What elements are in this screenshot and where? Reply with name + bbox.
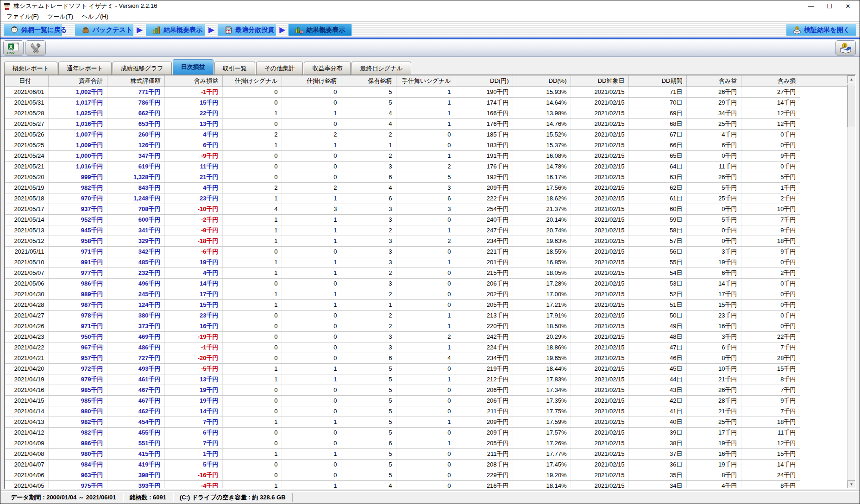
table-row[interactable]: 2021/05/311,017千円786千円15千円0051174千円14.64… <box>5 97 847 108</box>
table-row[interactable]: 2021/05/211,016千円619千円11千円0032176千円14.78… <box>5 161 847 172</box>
table-row[interactable]: 2021/04/08980千円415千円1千円1150211千円17.77%20… <box>5 448 847 459</box>
menu-help[interactable]: ヘルプ(H) <box>77 12 113 22</box>
table-row[interactable]: 2021/04/12982千円455千円6千円0050209千円17.57%20… <box>5 427 847 438</box>
cell: 2021/02/15 <box>571 470 628 480</box>
cell: 17千円 <box>686 427 741 438</box>
cell: 2021/05/13 <box>5 225 48 236</box>
table-row[interactable]: 2021/04/23950千円469千円-19千円0032242千円20.29%… <box>5 331 847 342</box>
cell: 2 <box>396 236 455 246</box>
cell: 3 <box>341 342 396 353</box>
column-header-6[interactable]: 保有銘柄 <box>341 75 396 87</box>
table-row[interactable]: 2021/04/27978千円380千円23千円0021213千円17.91%2… <box>5 310 847 321</box>
table-row[interactable]: 2021/04/05975千円393千円-4千円1140216千円18.14%2… <box>5 480 847 488</box>
tab-6[interactable]: 収益率分布 <box>304 62 351 75</box>
table-row[interactable]: 2021/05/19982千円843千円4千円2243209千円17.56%20… <box>5 182 847 193</box>
table-row[interactable]: 2021/04/22967千円486千円-1千円0031224千円18.86%2… <box>5 342 847 353</box>
export-csv-button[interactable]: X CSV <box>3 40 24 56</box>
cell: 3 <box>341 204 396 214</box>
cell: 0 <box>282 150 341 161</box>
column-header-10[interactable]: DD対象日 <box>571 75 628 87</box>
column-header-0[interactable]: 日付 <box>5 75 48 87</box>
minimize-button[interactable]: — <box>802 1 820 11</box>
cell: 2021/04/15 <box>5 395 48 406</box>
menu-file[interactable]: ファイル(F) <box>2 12 43 22</box>
cell: 2021/02/15 <box>571 129 628 140</box>
column-header-1[interactable]: 資産合計 <box>48 75 107 87</box>
tab-4[interactable]: 取引一覧 <box>214 62 255 75</box>
table-row[interactable]: 2021/04/14980千円462千円14千円0050211千円17.75%2… <box>5 406 847 417</box>
row-filler <box>800 459 847 470</box>
cell: 0 <box>222 459 282 470</box>
table-row[interactable]: 2021/05/10991千円485千円19千円1131201千円16.85%2… <box>5 257 847 268</box>
cell: 26千円 <box>686 385 741 395</box>
tab-0[interactable]: 概要レポート <box>4 62 57 75</box>
table-row[interactable]: 2021/06/011,002千円771千円-1千円0051190千円15.93… <box>5 87 847 97</box>
column-header-9[interactable]: DD(%) <box>513 75 571 87</box>
column-header-8[interactable]: DD(円) <box>455 75 513 87</box>
maximize-button[interactable]: ☐ <box>821 1 838 11</box>
svg-text:X: X <box>9 44 13 49</box>
scroll-up-button[interactable]: ▲ <box>847 75 855 83</box>
result-summary-button[interactable]: 結果概要表示 <box>145 24 206 36</box>
optimal-diversification-button[interactable]: 最適分散投資 <box>217 24 276 36</box>
result-summary-active-button[interactable]: 結果概要表示 <box>288 24 352 36</box>
cell: -1千円 <box>164 342 222 353</box>
tab-1[interactable]: 通年レポート <box>58 62 112 75</box>
cell: 4 <box>341 108 396 118</box>
scrollbar-thumb[interactable] <box>847 85 855 127</box>
table-row[interactable]: 2021/05/281,025千円662千円22千円1141166千円13.98… <box>5 108 847 118</box>
status-disk-space: (C:) ドライブの空き容量 : 約 328.6 GB <box>173 493 293 502</box>
table-row[interactable]: 2021/05/13945千円341千円-9千円1121247千円20.74%2… <box>5 225 847 236</box>
tab-3[interactable]: 日次損益 <box>173 59 213 75</box>
table-row[interactable]: 2021/04/28987千円124千円15千円1110205千円17.21%2… <box>5 299 847 310</box>
cell: 2021/04/14 <box>5 406 48 417</box>
backtest-button[interactable]: バックテスト <box>75 24 134 36</box>
settings-tools-button[interactable] <box>25 40 46 56</box>
column-header-5[interactable]: 仕掛け銘柄 <box>282 75 341 87</box>
table-row[interactable]: 2021/05/20999千円1,328千円21千円0065192千円16.17… <box>5 172 847 182</box>
table-row[interactable]: 2021/05/17937千円708千円-10千円4333254千円21.37%… <box>5 204 847 214</box>
column-header-2[interactable]: 株式評価額 <box>107 75 164 87</box>
tab-5[interactable]: その他集計 <box>256 62 303 75</box>
column-header-13[interactable]: 含み損 <box>741 75 800 87</box>
table-row[interactable]: 2021/04/16985千円467千円19千円0050206千円17.34%2… <box>5 385 847 395</box>
scroll-down-button[interactable]: ▼ <box>847 480 855 488</box>
cell: 2 <box>396 161 455 172</box>
tab-2[interactable]: 成績推移グラフ <box>113 62 172 75</box>
table-row[interactable]: 2021/05/261,007千円260千円4千円2220185千円15.52%… <box>5 129 847 140</box>
column-header-12[interactable]: 含み益 <box>686 75 741 87</box>
table-row[interactable]: 2021/05/07977千円232千円4千円1120215千円18.05%20… <box>5 268 847 278</box>
cell: 2021/02/15 <box>571 353 628 363</box>
vertical-scrollbar[interactable]: ▲ ▼ <box>847 75 855 488</box>
column-header-3[interactable]: 含み損益 <box>164 75 222 87</box>
table-row[interactable]: 2021/05/241,000千円347千円-9千円0021191千円16.08… <box>5 150 847 161</box>
column-header-11[interactable]: DD期間 <box>628 75 686 87</box>
table-row[interactable]: 2021/04/07984千円419千円5千円0050208千円17.45%20… <box>5 459 847 470</box>
open-verification-results-button[interactable]: $ 検証結果を開く <box>786 24 857 36</box>
table-row[interactable]: 2021/05/12958千円329千円-18千円1132234千円19.63%… <box>5 236 847 246</box>
back-to-symbol-list-button[interactable]: 銘柄一覧に戻る <box>3 24 63 36</box>
close-button[interactable]: ✕ <box>839 1 857 11</box>
cell: 176千円 <box>455 161 513 172</box>
cell: 952千円 <box>48 214 107 225</box>
table-row[interactable]: 2021/04/06963千円398千円-16千円0050229千円19.20%… <box>5 470 847 480</box>
table-row[interactable]: 2021/05/271,016千円653千円13千円0041176千円14.76… <box>5 118 847 129</box>
table-row[interactable]: 2021/05/06986千円496千円14千円0030206千円17.28%2… <box>5 278 847 289</box>
table-row[interactable]: 2021/04/20972千円493千円-5千円1150219千円18.44%2… <box>5 363 847 374</box>
table-row[interactable]: 2021/05/251,009千円126千円6千円1110183千円15.37%… <box>5 140 847 150</box>
table-row[interactable]: 2021/05/14952千円600千円-2千円1130240千円20.14%2… <box>5 214 847 225</box>
table-row[interactable]: 2021/04/30989千円245千円17千円1120202千円17.00%2… <box>5 289 847 299</box>
table-row[interactable]: 2021/04/15985千円467千円19千円0050206千円17.35%2… <box>5 395 847 406</box>
table-row[interactable]: 2021/04/19979千円461千円13千円1151212千円17.83%2… <box>5 374 847 385</box>
table-row[interactable]: 2021/05/11971千円342千円-6千円0030221千円18.55%2… <box>5 246 847 257</box>
table-row[interactable]: 2021/04/26971千円373千円16千円0021220千円18.50%2… <box>5 321 847 331</box>
menu-tools[interactable]: ツール(T) <box>43 12 77 22</box>
table-row[interactable]: 2021/04/21957千円727千円-20千円0064234千円19.65%… <box>5 353 847 363</box>
save-money-box-button[interactable]: $ <box>835 40 856 56</box>
column-header-4[interactable]: 仕掛けシグナル <box>222 75 282 87</box>
tab-7[interactable]: 最終日シグナル <box>352 62 411 75</box>
table-row[interactable]: 2021/04/09986千円551千円7千円0061205千円17.26%20… <box>5 438 847 448</box>
column-header-7[interactable]: 手仕舞いシグナル <box>396 75 455 87</box>
table-row[interactable]: 2021/04/13982千円454千円7千円1151209千円17.59%20… <box>5 417 847 427</box>
table-row[interactable]: 2021/05/18970千円1,248千円23千円1166222千円18.62… <box>5 193 847 204</box>
